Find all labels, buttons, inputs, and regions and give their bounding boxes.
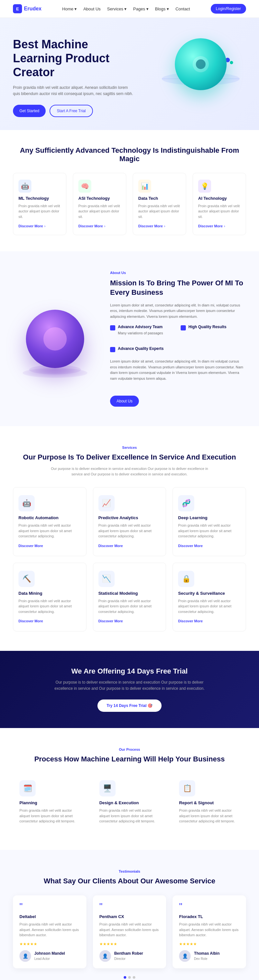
nav-blogs[interactable]: Blogs ▾ bbox=[155, 6, 169, 11]
security-icon: 🔒 bbox=[178, 571, 194, 587]
cta-desc: Our purpose is to deliver excellence in … bbox=[49, 679, 210, 692]
tech-card-data: 📊 Data Tech Proin gravida nibh vel velit… bbox=[133, 173, 186, 235]
nav-about[interactable]: About Us bbox=[83, 6, 100, 11]
statistical-title: Statistical Modeling bbox=[98, 591, 161, 596]
author-role-1: Lead Actor bbox=[34, 957, 50, 961]
login-register-button[interactable]: Login/Register bbox=[211, 4, 246, 14]
logo-box: E bbox=[13, 4, 22, 13]
carousel-dots bbox=[13, 976, 246, 979]
nav-contact[interactable]: Contact bbox=[175, 6, 190, 11]
nav-links: Home ▾ About Us Services ▾ Pages ▾ Blogs… bbox=[62, 6, 190, 11]
hero-buttons: Get Started Start A Free Trial bbox=[13, 105, 136, 117]
nav-services[interactable]: Services ▾ bbox=[107, 6, 126, 11]
data-mining-title: Data Mining bbox=[19, 591, 81, 596]
tech-card-asi: 🧠 ASI Technology Proin gravida nibh vel … bbox=[73, 173, 126, 235]
data-mining-icon: ⛏️ bbox=[19, 571, 35, 587]
security-desc: Proin gravida nibh vel velit auctor aliq… bbox=[178, 598, 240, 614]
nav-home[interactable]: Home ▾ bbox=[62, 6, 77, 11]
statistical-link[interactable]: Discover More bbox=[98, 619, 123, 623]
predictive-title: Predictive Analytics bbox=[98, 515, 161, 520]
service-statistical: 📉 Statistical Modeling Proin gravida nib… bbox=[93, 563, 166, 632]
about-tag: About Us bbox=[110, 271, 246, 275]
deep-learning-icon: 🧬 bbox=[178, 495, 194, 511]
dot-1[interactable] bbox=[124, 976, 126, 979]
author-name-2: Bentham Rober bbox=[114, 951, 143, 956]
get-started-button[interactable]: Get Started bbox=[13, 105, 46, 117]
about-feature-2: High Quality Results bbox=[181, 325, 246, 341]
author-role-3: Dev Role bbox=[194, 957, 207, 961]
tech-card-ai: 💡 AI Technology Proin gravida nibh vel v… bbox=[193, 173, 246, 235]
robotic-desc: Proin gravida nibh vel velit auctor aliq… bbox=[19, 523, 81, 539]
site-logo[interactable]: E Erudex bbox=[13, 4, 41, 13]
ai-discover-link[interactable]: Discover More bbox=[198, 224, 223, 228]
author-info-2: Bentham Rober Director bbox=[114, 951, 143, 961]
data-discover-link[interactable]: Discover More bbox=[138, 224, 163, 228]
statistical-icon: 📉 bbox=[98, 571, 115, 587]
report-icon: 📋 bbox=[179, 780, 195, 797]
cta-section: We Are Offering 14 Days Free Trial Our p… bbox=[0, 651, 259, 728]
feat-1-title: Advance Advisory Team bbox=[118, 325, 163, 329]
asi-discover-link[interactable]: Discover More bbox=[78, 224, 103, 228]
data-mining-desc: Proin gravida nibh vel velit auctor aliq… bbox=[19, 598, 81, 614]
asi-desc: Proin gravida nibh vel velit auctor aliq… bbox=[78, 203, 121, 220]
report-title: Report & Signout bbox=[179, 800, 240, 805]
about-us-button[interactable]: About Us bbox=[110, 396, 139, 407]
process-section: Our Process Process How Machine Learning… bbox=[0, 728, 259, 850]
robotic-link[interactable]: Discover More bbox=[19, 544, 43, 548]
feat-icon-1 bbox=[110, 325, 115, 331]
tech-section: Any Sufficiently Advanced Technology Is … bbox=[0, 130, 259, 251]
data-title: Data Tech bbox=[138, 196, 181, 201]
ai-icon: 💡 bbox=[198, 180, 211, 192]
ml-discover-link[interactable]: Discover More bbox=[19, 224, 43, 228]
predictive-link[interactable]: Discover More bbox=[98, 544, 123, 548]
service-deep-learning: 🧬 Deep Learning Proin gravida nibh vel v… bbox=[172, 487, 246, 556]
predictive-icon: 📈 bbox=[98, 495, 115, 511]
data-icon: 📊 bbox=[138, 180, 151, 192]
dot-2[interactable] bbox=[128, 976, 131, 979]
quote-icon-3: " bbox=[179, 902, 240, 911]
tech-cards: 🤖 ML Technology Proin gravida nibh vel v… bbox=[13, 173, 246, 235]
author-role-2: Director bbox=[114, 957, 126, 961]
cta-button[interactable]: Try 14 Days Free Trial 🎯 bbox=[98, 700, 161, 712]
quote-icon-1: " bbox=[19, 902, 80, 911]
predictive-desc: Proin gravida nibh vel velit auctor aliq… bbox=[98, 523, 161, 539]
about-orb bbox=[26, 310, 84, 368]
process-tag: Our Process bbox=[13, 748, 246, 751]
report-desc: Proin gravida nibh vel velit auctor aliq… bbox=[179, 808, 240, 824]
testimonial-cards: " Deltabel Proin gravida nibh vel velit … bbox=[13, 896, 246, 968]
design-desc: Proin gravida nibh vel velit auctor aliq… bbox=[99, 808, 160, 824]
about-feature-3: Advance Quality Experts bbox=[110, 346, 175, 352]
hero-description: Proin gravida nibh vel velit auctor aliq… bbox=[13, 84, 136, 97]
data-mining-link[interactable]: Discover More bbox=[19, 619, 43, 623]
feat-1-desc: Many variations of passages bbox=[118, 331, 163, 336]
deep-learning-link[interactable]: Discover More bbox=[178, 544, 203, 548]
orb-shadow bbox=[23, 368, 87, 378]
cta-title: We Are Offering 14 Days Free Trial bbox=[13, 667, 246, 676]
hero-dot-2 bbox=[230, 61, 233, 64]
services-grid: 🤖 Robotic Automation Proin gravida nibh … bbox=[13, 487, 246, 632]
about-visual bbox=[13, 310, 97, 368]
testimonial-text-3: Proin gravida nibh vel velit auctor aliq… bbox=[179, 922, 240, 938]
tech-card-ml: 🤖 ML Technology Proin gravida nibh vel v… bbox=[13, 173, 66, 235]
author-info-1: Johnson Mandel Lead Actor bbox=[34, 951, 65, 961]
about-desc2: Lorem ipsum dolor sit amet, consectetur … bbox=[110, 359, 246, 381]
testimonials-title: What Say Our Clients About Our Awesome S… bbox=[13, 877, 246, 886]
tech-title: Any Sufficiently Advanced Technology Is … bbox=[13, 146, 246, 163]
free-trial-button[interactable]: Start A Free Trial bbox=[49, 105, 93, 117]
author-3: 👤 Thomas Albin Dev Role bbox=[179, 950, 240, 962]
security-link[interactable]: Discover More bbox=[178, 619, 203, 623]
author-info-3: Thomas Albin Dev Role bbox=[194, 951, 220, 961]
services-desc: Our purpose is to deliver excellence in … bbox=[49, 466, 210, 477]
nav-pages[interactable]: Pages ▾ bbox=[133, 6, 148, 11]
process-title: Process How Machine Learning Will Help Y… bbox=[13, 755, 246, 764]
testimonial-text-1: Proin gravida nibh vel velit auctor aliq… bbox=[19, 922, 80, 938]
deep-learning-desc: Proin gravida nibh vel velit auctor aliq… bbox=[178, 523, 240, 539]
planning-desc: Proin gravida nibh vel velit auctor aliq… bbox=[19, 808, 80, 824]
hero-visual bbox=[155, 38, 246, 116]
hero-orb bbox=[175, 38, 227, 90]
services-section: Services Our Purpose Is To Deliver Excel… bbox=[0, 426, 259, 651]
dot-3[interactable] bbox=[133, 976, 135, 979]
author-name-3: Thomas Albin bbox=[194, 951, 220, 956]
data-desc: Proin gravida nibh vel velit auctor aliq… bbox=[138, 203, 181, 220]
about-text: About Us Mission Is To Bring The Power O… bbox=[110, 271, 246, 407]
